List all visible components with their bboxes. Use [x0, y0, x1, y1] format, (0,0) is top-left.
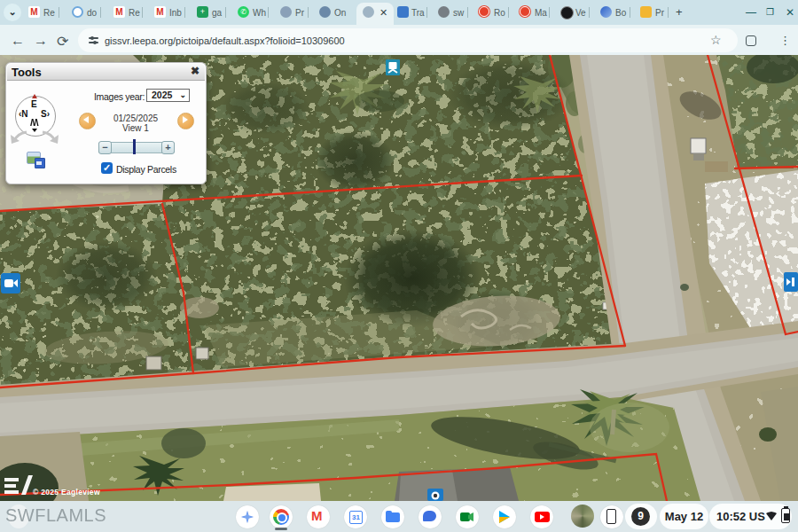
svg-text:© 2025 Eagleview: © 2025 Eagleview: [33, 488, 100, 497]
